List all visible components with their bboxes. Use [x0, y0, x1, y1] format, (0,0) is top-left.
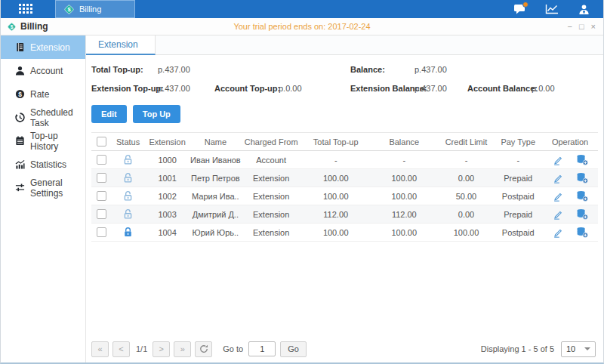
cell-operation [542, 187, 598, 205]
window-controls: − □ × [567, 23, 596, 31]
extension-row: 1003 Дмитрий Д.. Extension 112.00 112.00… [91, 205, 598, 224]
app-window: $ Billing [0, 0, 604, 364]
page-size-select[interactable]: 10 [561, 341, 596, 357]
notifications-button[interactable] [513, 4, 525, 14]
close-button[interactable]: × [591, 23, 596, 31]
cell-balance: 100.00 [370, 187, 439, 205]
svg-text:$: $ [18, 91, 22, 98]
goto-label: Go to [223, 344, 243, 353]
row-checkbox[interactable] [97, 227, 106, 237]
billing-app-icon: $ [63, 4, 75, 15]
cell-pay-type: - [494, 151, 542, 169]
cell-status [112, 169, 145, 187]
statistics-bars-icon [15, 159, 25, 169]
edit-button[interactable]: Edit [91, 105, 127, 123]
sidebar-item-scheduled-task[interactable]: Scheduled Task [1, 106, 85, 129]
extension-balance-value: p.437.00 [414, 84, 447, 93]
cell-name: Иван Иванов [190, 151, 241, 169]
edit-row-button[interactable] [553, 154, 563, 165]
cell-status [112, 224, 145, 242]
col-status: Status [112, 133, 145, 151]
unlocked-icon [122, 190, 134, 202]
row-checkbox[interactable] [97, 173, 106, 183]
sidebar-item-rate[interactable]: $ Rate [1, 82, 85, 106]
cell-total-topup: 112.00 [301, 205, 370, 224]
cell-total-topup: 100.00 [301, 169, 370, 187]
billing-app-tab[interactable]: $ Billing [55, 0, 135, 18]
maximize-button[interactable]: □ [579, 23, 584, 31]
topup-history-ledger-icon [15, 136, 25, 146]
page-indicator: 1/1 [136, 344, 147, 353]
billing-app-tab-label: Billing [79, 5, 101, 14]
action-buttons: Edit Top Up [86, 99, 603, 132]
last-page-button[interactable]: » [174, 341, 191, 357]
refresh-button[interactable] [195, 341, 212, 357]
topup-coins-icon [576, 227, 588, 238]
col-extension: Extension [144, 133, 190, 151]
account-balance-label: Account Balance: [467, 84, 538, 93]
goto-page-input[interactable] [248, 341, 276, 356]
col-balance: Balance [370, 133, 439, 151]
status-lock-icon [122, 154, 134, 163]
total-topup-label: Total Top-up: [91, 65, 143, 74]
topup-coins-icon [576, 208, 588, 220]
sidebar-item-extension[interactable]: Extension [1, 35, 85, 59]
select-all-checkbox[interactable] [97, 137, 106, 147]
extension-row: 1004 Юрий Юрь.. Extension 100.00 100.00 … [91, 224, 598, 242]
edit-row-button[interactable] [553, 190, 563, 201]
top-up-row-button[interactable] [576, 154, 588, 165]
cell-charged-from: Extension [241, 169, 302, 187]
sidebar-item-general-settings[interactable]: General Settings [1, 176, 85, 199]
cell-charged-from: Extension [241, 224, 302, 242]
edit-row-button[interactable] [553, 172, 563, 183]
user-account-button[interactable] [578, 4, 590, 15]
row-checkbox[interactable] [97, 191, 106, 201]
tab-extension[interactable]: Extension [86, 35, 156, 55]
total-topup-value: p.437.00 [158, 65, 190, 74]
sidebar: Extension Account $ Rate [1, 35, 86, 362]
edit-row-button[interactable] [553, 227, 563, 237]
cell-credit-limit: 0.00 [439, 205, 495, 224]
top-up-row-button[interactable] [576, 190, 588, 202]
row-checkbox[interactable] [97, 155, 106, 165]
col-total-topup: Total Top-up [301, 133, 370, 151]
col-charged-from: Charged From [241, 133, 302, 151]
next-page-button[interactable]: > [153, 341, 170, 357]
minimize-button[interactable]: − [567, 23, 572, 31]
edit-row-button[interactable] [553, 208, 563, 219]
pager-right: Displaying 1 - 5 of 5 10 [481, 341, 596, 357]
summary-row-2: Extension Top-up: p.437.00 Account Top-u… [86, 80, 603, 99]
top-up-row-button[interactable] [576, 227, 588, 238]
cell-name: Петр Петров [190, 169, 241, 187]
sidebar-item-topup-history[interactable]: Top-up History [1, 129, 85, 153]
cell-pay-type: Prepaid [494, 205, 542, 224]
cell-pay-type: Postpaid [494, 224, 542, 242]
topup-coins-icon [576, 190, 588, 202]
table-header-row: Status Extension Name Charged From Total… [91, 133, 598, 151]
top-up-button[interactable]: Top Up [133, 105, 180, 123]
top-up-row-button[interactable] [576, 208, 588, 220]
cell-status [112, 205, 145, 224]
go-button[interactable]: Go [280, 341, 307, 357]
statistics-monitor-button[interactable] [545, 4, 559, 14]
first-page-button[interactable]: « [91, 341, 109, 357]
edit-pencil-icon [553, 173, 563, 184]
trial-period-notice: Your trial period ends on: 2017-02-24 [1, 22, 603, 31]
cell-extension: 1000 [144, 151, 190, 169]
sidebar-item-label: Extension [30, 42, 70, 53]
cell-operation [542, 151, 598, 169]
sidebar-item-statistics[interactable]: Statistics [1, 153, 85, 176]
extension-table: Status Extension Name Charged From Total… [91, 132, 598, 242]
edit-pencil-icon [553, 227, 563, 238]
top-up-row-button[interactable] [576, 172, 588, 184]
sidebar-item-account[interactable]: Account [1, 59, 85, 82]
prev-page-button[interactable]: < [112, 341, 130, 357]
extension-row: 1002 Мария Ива.. Extension 100.00 100.00… [91, 187, 598, 205]
top-bar: $ Billing [1, 0, 603, 18]
cell-checkbox [91, 224, 112, 242]
status-lock-icon [122, 190, 134, 199]
extension-row: 1000 Иван Иванов Account - - - - [91, 151, 598, 169]
row-checkbox[interactable] [97, 209, 106, 219]
app-grid-icon[interactable] [19, 4, 32, 14]
main-content: Extension Total Top-up: p.437.00 Balance… [86, 35, 603, 362]
